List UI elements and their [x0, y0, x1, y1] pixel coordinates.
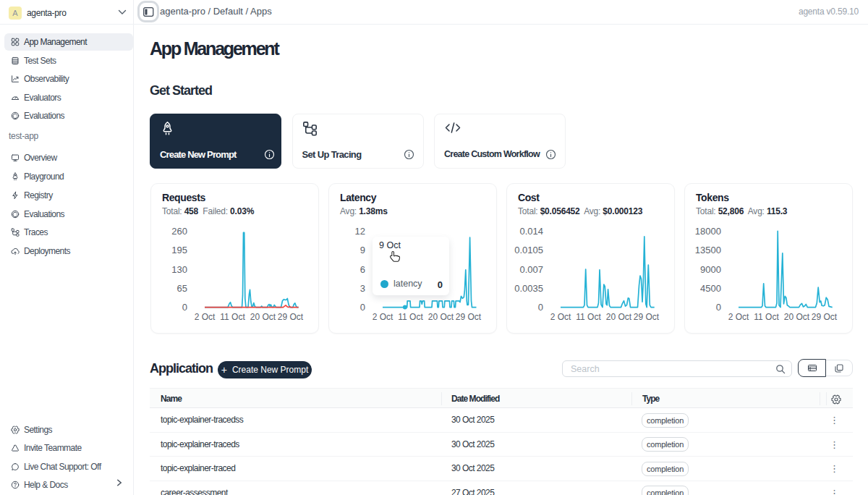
svg-text:0.0105: 0.0105 — [514, 245, 543, 255]
svg-text:20 Oct: 20 Oct — [250, 312, 276, 322]
svg-text:0: 0 — [360, 302, 365, 313]
svg-text:29 Oct: 29 Oct — [634, 312, 660, 322]
svg-text:2 Oct: 2 Oct — [550, 312, 571, 322]
svg-text:29 Oct: 29 Oct — [812, 312, 838, 322]
svg-text:0.014: 0.014 — [519, 226, 543, 237]
svg-text:11 Oct: 11 Oct — [576, 312, 601, 322]
svg-text:0.007: 0.007 — [519, 264, 543, 275]
svg-text:20 Oct: 20 Oct — [606, 312, 632, 322]
svg-text:9: 9 — [360, 245, 365, 255]
svg-text:0.0035: 0.0035 — [514, 283, 543, 294]
svg-text:11 Oct: 11 Oct — [220, 312, 245, 322]
svg-text:11 Oct: 11 Oct — [398, 312, 423, 322]
svg-text:260: 260 — [171, 226, 187, 237]
svg-text:4500: 4500 — [700, 283, 721, 294]
svg-text:18000: 18000 — [695, 226, 721, 237]
svg-text:20 Oct: 20 Oct — [784, 312, 810, 322]
svg-text:2 Oct: 2 Oct — [195, 312, 216, 322]
svg-text:6: 6 — [360, 264, 365, 275]
svg-text:0: 0 — [182, 302, 187, 313]
svg-text:0: 0 — [716, 302, 721, 313]
svg-text:20 Oct: 20 Oct — [428, 312, 454, 322]
svg-text:3: 3 — [360, 283, 365, 294]
svg-text:29 Oct: 29 Oct — [456, 312, 482, 322]
svg-text:11 Oct: 11 Oct — [754, 312, 779, 322]
svg-text:2 Oct: 2 Oct — [373, 312, 393, 322]
svg-text:9000: 9000 — [700, 264, 721, 275]
svg-text:65: 65 — [177, 283, 187, 294]
svg-text:195: 195 — [171, 245, 187, 255]
svg-text:130: 130 — [171, 264, 187, 275]
svg-text:0: 0 — [538, 302, 543, 313]
svg-text:29 Oct: 29 Oct — [278, 312, 304, 322]
svg-text:2 Oct: 2 Oct — [728, 312, 749, 322]
svg-text:12: 12 — [355, 226, 365, 237]
svg-text:13500: 13500 — [695, 245, 721, 255]
